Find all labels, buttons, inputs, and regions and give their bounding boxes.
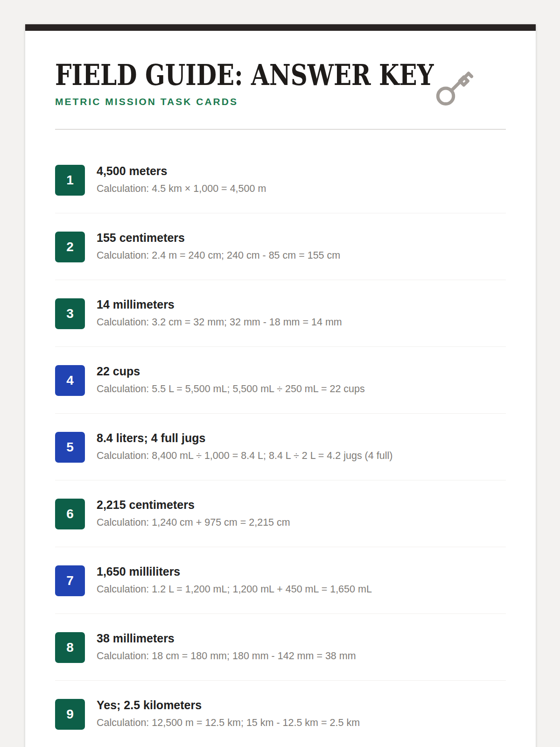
calculation-text: Calculation: 18 cm = 180 mm; 180 mm - 14…	[97, 650, 506, 663]
calculation-text: Calculation: 3.2 cm = 32 mm; 32 mm - 18 …	[97, 316, 506, 329]
answer-row: 6 2,215 centimeters Calculation: 1,240 c…	[55, 480, 506, 547]
calculation-text: Calculation: 8,400 mL ÷ 1,000 = 8.4 L; 8…	[97, 450, 506, 463]
answer-body: 4,500 meters Calculation: 4.5 km × 1,000…	[97, 164, 506, 196]
answer-number-badge: 9	[55, 699, 85, 730]
calculation-text: Calculation: 4.5 km × 1,000 = 4,500 m	[97, 183, 506, 196]
answer-body: 2,215 centimeters Calculation: 1,240 cm …	[97, 498, 506, 529]
answer-number-badge: 8	[55, 632, 85, 663]
answer-text: 22 cups	[97, 364, 506, 378]
answer-row: 4 22 cups Calculation: 5.5 L = 5,500 mL;…	[55, 347, 506, 414]
answer-body: Yes; 2.5 kilometers Calculation: 12,500 …	[97, 698, 506, 730]
answer-row: 1 4,500 meters Calculation: 4.5 km × 1,0…	[55, 147, 506, 213]
answer-text: 2,215 centimeters	[97, 498, 506, 512]
answer-body: 155 centimeters Calculation: 2.4 m = 240…	[97, 231, 506, 262]
document-header: FIELD GUIDE: ANSWER KEY METRIC MISSION T…	[55, 31, 506, 130]
answer-body: 22 cups Calculation: 5.5 L = 5,500 mL; 5…	[97, 364, 506, 396]
answer-body: 1,650 milliliters Calculation: 1.2 L = 1…	[97, 564, 506, 596]
answer-row: 7 1,650 milliliters Calculation: 1.2 L =…	[55, 547, 506, 614]
answer-number-badge: 6	[55, 499, 85, 529]
answer-number-badge: 5	[55, 432, 85, 463]
calculation-text: Calculation: 2.4 m = 240 cm; 240 cm - 85…	[97, 249, 506, 262]
calculation-text: Calculation: 12,500 m = 12.5 km; 15 km -…	[97, 717, 506, 730]
calculation-text: Calculation: 1.2 L = 1,200 mL; 1,200 mL …	[97, 583, 506, 596]
header-divider	[55, 129, 506, 130]
answer-row: 8 38 millimeters Calculation: 18 cm = 18…	[55, 614, 506, 681]
answer-text: 38 millimeters	[97, 631, 506, 645]
answer-list: 1 4,500 meters Calculation: 4.5 km × 1,0…	[55, 147, 506, 747]
calculation-text: Calculation: 5.5 L = 5,500 mL; 5,500 mL …	[97, 383, 506, 396]
answer-number-badge: 1	[55, 165, 85, 196]
answer-text: 14 millimeters	[97, 297, 506, 311]
answer-body: 38 millimeters Calculation: 18 cm = 180 …	[97, 631, 506, 663]
answer-text: 1,650 milliliters	[97, 564, 506, 578]
answer-number-badge: 2	[55, 232, 85, 262]
answer-number-badge: 4	[55, 365, 85, 396]
answer-text: 155 centimeters	[97, 231, 506, 245]
answer-body: 8.4 liters; 4 full jugs Calculation: 8,4…	[97, 431, 506, 463]
answer-text: 8.4 liters; 4 full jugs	[97, 431, 506, 445]
answer-row: 3 14 millimeters Calculation: 3.2 cm = 3…	[55, 280, 506, 347]
answer-key-card: FIELD GUIDE: ANSWER KEY METRIC MISSION T…	[25, 24, 536, 747]
answer-number-badge: 7	[55, 565, 85, 596]
answer-number-badge: 3	[55, 298, 85, 329]
answer-row: 9 Yes; 2.5 kilometers Calculation: 12,50…	[55, 681, 506, 747]
answer-body: 14 millimeters Calculation: 3.2 cm = 32 …	[97, 297, 506, 329]
key-icon	[431, 64, 477, 110]
answer-text: 4,500 meters	[97, 164, 506, 178]
answer-row: 5 8.4 liters; 4 full jugs Calculation: 8…	[55, 414, 506, 480]
page-title: FIELD GUIDE: ANSWER KEY	[55, 61, 425, 89]
answer-row: 2 155 centimeters Calculation: 2.4 m = 2…	[55, 213, 506, 280]
answer-text: Yes; 2.5 kilometers	[97, 698, 506, 712]
calculation-text: Calculation: 1,240 cm + 975 cm = 2,215 c…	[97, 516, 506, 529]
